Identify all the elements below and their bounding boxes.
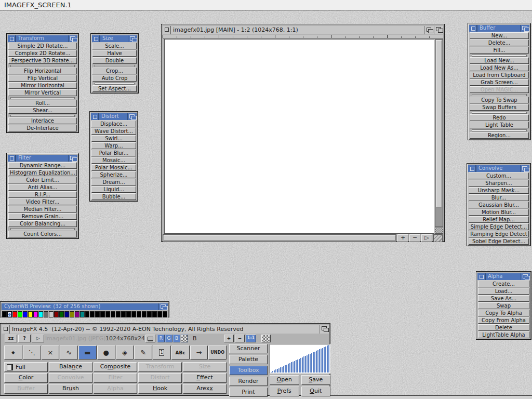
create-button[interactable]: Create... [478,281,529,287]
mirror-vertical-button[interactable]: Mirror Vertical [8,89,77,96]
color-swatch[interactable] [59,311,64,317]
load-new-button[interactable]: Load New... [470,57,529,64]
depth-icon[interactable] [434,26,443,34]
color-swatch[interactable] [131,311,136,317]
zoom-in-button[interactable]: + [224,335,234,342]
bubble-button[interactable]: Bubble... [91,193,136,200]
transform-titlebar[interactable]: Transform [8,35,77,42]
simple-edge-detect-button[interactable]: Simple Edge Detect... [469,223,529,230]
close-icon[interactable] [8,155,16,162]
open-magic-button[interactable]: Open MAGIC... [470,86,529,93]
delete-button[interactable]: Delete... [470,39,529,46]
buffer-titlebar[interactable]: Buffer [469,25,529,32]
color-swatch[interactable] [54,311,59,317]
color-swatch[interactable] [85,311,90,317]
color-swatch[interactable] [90,311,95,317]
save-button[interactable]: Save [301,375,331,385]
depth-icon[interactable] [320,325,329,334]
simple-2d-rotate-button[interactable]: Simple 2D Rotate... [8,43,77,49]
line-tool[interactable]: × [42,345,60,360]
horizontal-scrollbar-thumb[interactable] [164,235,395,241]
close-icon[interactable] [2,325,9,334]
r-i-p-button[interactable]: R.I.P... [8,191,77,198]
pattern-button[interactable] [261,335,271,342]
depth-icon[interactable] [68,155,77,162]
close-icon[interactable] [91,113,99,120]
zoom-in-button[interactable]: + [397,234,408,242]
copy-to-swap-button[interactable]: Copy To Swap [470,97,529,103]
close-icon[interactable] [469,25,477,32]
play-macro-button[interactable]: ▷ [32,335,44,342]
dream-button[interactable]: Dream... [91,179,136,185]
color-swatch[interactable] [2,311,7,317]
wave-distort-button[interactable]: Wave Distort... [91,128,136,135]
swirl-button[interactable]: Swirl... [91,135,136,142]
color-swatch[interactable] [75,311,79,317]
depth-icon[interactable] [158,303,168,310]
light-table-button[interactable]: Light Table [470,122,529,128]
color-swatch[interactable] [12,311,17,317]
size-titlebar[interactable]: Size [92,35,137,42]
displace-button[interactable]: Displace... [91,121,136,127]
color-swatch[interactable] [100,311,105,317]
swap-button[interactable]: Swap [478,302,529,309]
color-swatch[interactable] [80,311,85,317]
flip-vertical-button[interactable]: Flip Vertical [8,75,77,82]
mirror-horizontal-button[interactable]: Mirror Horizontal [8,82,77,89]
color-button[interactable]: Color [4,373,48,383]
delete-button[interactable]: Delete [478,324,529,331]
lighttable-alpha-button[interactable]: LightTable Alpha [478,331,529,338]
color-swatch[interactable] [137,311,141,317]
copy-to-alpha-button[interactable]: Copy To Alpha [478,310,529,316]
new-button[interactable]: New... [470,32,529,39]
color-swatch[interactable] [152,311,157,317]
color-swatch[interactable] [49,311,54,317]
copy-from-alpha-button[interactable]: Copy From Alpha [478,317,529,324]
filter-titlebar[interactable]: Filter [8,155,77,162]
close-icon[interactable] [8,35,16,42]
text-tool[interactable]: ABc [171,345,190,360]
quit-button[interactable]: Quit [301,387,331,396]
brush-button[interactable]: Brush [49,384,92,394]
balance-button[interactable]: Balance [49,362,92,372]
red-channel-button[interactable]: R [157,335,165,342]
count-colors-button[interactable]: Count Colors... [8,231,77,237]
vertical-scrollbar-thumb[interactable] [436,40,442,207]
color-swatch[interactable] [163,311,167,317]
alpha-titlebar[interactable]: Alpha [477,273,530,280]
depth-icon[interactable] [128,35,137,42]
zoom-out-button[interactable]: − [235,335,245,342]
convolve-button[interactable]: Convolve [49,373,92,383]
arexx-button[interactable]: Arexx [183,384,227,394]
motion-blur-button[interactable]: Motion Blur... [469,209,529,216]
custom-button[interactable]: Custom... [469,172,529,179]
color-swatch[interactable] [23,311,28,317]
freehand-tool[interactable]: ✎ [134,345,152,360]
palette-titlebar[interactable]: CyberWB Preview: (32 of 256 shown) [2,303,168,310]
close-icon[interactable] [163,26,170,34]
polar-mosaic-button[interactable]: Polar Mosaic... [91,164,136,171]
grid-gadget-icon[interactable] [435,228,443,234]
close-icon[interactable] [468,165,476,172]
color-swatch[interactable] [105,311,110,317]
sobel-edge-detect-button[interactable]: Sobel Edge Detect... [469,238,529,245]
buffer-button[interactable]: Buffer [4,384,48,394]
remove-grain-button[interactable]: Remove Grain... [8,213,77,220]
ellipse-tool[interactable]: ● [97,345,115,360]
zoom-gadget-icon[interactable] [424,26,434,34]
depth-icon[interactable] [520,25,529,32]
close-icon[interactable] [477,273,485,280]
blue-channel-button[interactable]: B [173,335,180,342]
color-limit-button[interactable]: Color Limit... [8,177,77,183]
anti-alias-button[interactable]: Anti Alias... [8,184,77,191]
video-filter-button[interactable]: Video Filter... [8,198,77,205]
palette-button[interactable]: Palette [229,355,268,364]
help-button[interactable]: ? [18,335,31,342]
open-button[interactable]: Open [270,375,299,385]
clone-tool[interactable]: 1 [153,345,171,360]
halve-button[interactable]: Halve [92,50,137,57]
color-swatch[interactable] [38,311,43,317]
color-swatch[interactable] [126,311,131,317]
de-interlace-button[interactable]: De-Interlace [8,125,77,131]
scale-button[interactable]: Scale... [92,43,137,49]
